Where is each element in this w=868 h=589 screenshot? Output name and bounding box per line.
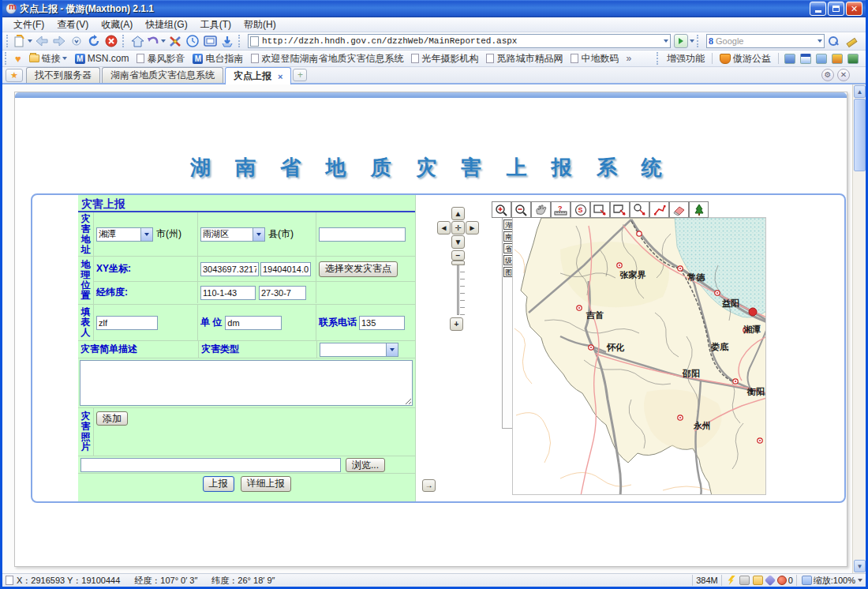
tab-list-button[interactable]: ★ <box>6 69 23 82</box>
download-button[interactable] <box>219 33 235 49</box>
reporter-name-input[interactable] <box>96 316 158 330</box>
menu-tools[interactable]: 工具(T) <box>194 17 238 33</box>
new-tab-button[interactable] <box>13 33 32 49</box>
bookmark-msn[interactable]: MMSN.com <box>71 53 133 64</box>
browse-button[interactable]: 浏览... <box>346 458 385 472</box>
map-pan-button[interactable] <box>531 201 551 218</box>
tab-disaster-report[interactable]: 灾点上报× <box>225 67 291 84</box>
chevron-down-icon[interactable] <box>140 228 152 241</box>
go-dropdown-icon[interactable] <box>690 39 694 43</box>
map-identify-button[interactable] <box>630 201 649 218</box>
pan-up-button[interactable]: ▲ <box>451 207 465 220</box>
stop-button[interactable] <box>103 33 119 49</box>
menu-view[interactable]: 查看(V) <box>51 17 95 33</box>
tab-server-not-found[interactable]: 找不到服务器 <box>26 67 100 83</box>
tab-settings-button[interactable]: ⚙ <box>821 69 834 81</box>
hunan-map[interactable]: 张家界 常德 益阳 吉首 怀化 娄底 湘潭 邵阳 衡阳 永州 <box>513 218 766 495</box>
add-photo-button[interactable]: 添加 <box>96 411 128 426</box>
address-url[interactable]: http://dzzh.hndh.gov.cn/dzzhWeb/MainRepo… <box>262 36 662 46</box>
map-zoom-out-button[interactable] <box>511 201 531 218</box>
search-dropdown-icon[interactable] <box>817 39 822 43</box>
map-select-circle-button[interactable]: S <box>571 201 590 218</box>
page-scrollbar[interactable]: ▲ ▼ <box>852 84 866 573</box>
zoom-slider-track[interactable] <box>457 264 459 315</box>
back-button[interactable] <box>34 33 50 49</box>
map-full-extent-button[interactable] <box>689 201 709 218</box>
pan-down-button[interactable]: ▼ <box>451 235 465 249</box>
menu-groups[interactable]: 快捷组(G) <box>139 17 193 33</box>
go-button[interactable] <box>674 34 688 48</box>
map-erase-button[interactable] <box>669 201 689 218</box>
skin-icon[interactable] <box>784 54 795 64</box>
file-path-input[interactable] <box>80 458 341 472</box>
bookmark-item[interactable]: 中地数码 <box>567 52 623 66</box>
folder-icon[interactable] <box>753 576 763 585</box>
menu-file[interactable]: 文件(F) <box>7 17 51 33</box>
submit-button[interactable]: 上报 <box>203 476 234 492</box>
toolbar-grip[interactable] <box>238 35 242 47</box>
refresh-button[interactable] <box>86 33 102 49</box>
address-dropdown-icon[interactable] <box>664 39 668 43</box>
bookmark-item[interactable]: 光年摄影机构 <box>407 52 482 66</box>
scroll-down-button[interactable]: ▼ <box>854 560 866 572</box>
window-icon[interactable] <box>800 54 811 64</box>
unit-input[interactable] <box>225 316 282 330</box>
new-tab-button[interactable]: + <box>293 69 307 81</box>
toolbar-grip[interactable] <box>657 52 660 65</box>
history-button[interactable] <box>185 33 200 49</box>
address-bar[interactable]: http://dzzh.hndh.gov.cn/dzzhWeb/MainRepo… <box>248 34 671 48</box>
search-button[interactable] <box>825 33 841 49</box>
pan-left-button[interactable]: ◄ <box>437 221 451 234</box>
snap-icon[interactable] <box>847 54 859 64</box>
plugins-button[interactable]: 增强功能 <box>663 52 709 66</box>
pan-center-button[interactable]: ✛ <box>451 221 465 234</box>
charity-button[interactable]: 傲游公益 <box>716 52 775 66</box>
feed-icon[interactable] <box>816 54 827 64</box>
x-coordinate-input[interactable] <box>200 262 259 276</box>
minimize-button[interactable] <box>810 2 826 16</box>
address-detail-input[interactable] <box>319 227 406 242</box>
chevron-down-icon[interactable] <box>386 343 398 356</box>
tab-info-system[interactable]: 湖南省地质灾害信息系统 <box>102 67 223 83</box>
boost-icon[interactable] <box>728 576 735 585</box>
county-select[interactable]: 雨湖区 <box>200 227 265 242</box>
scroll-up-button[interactable]: ▲ <box>854 85 866 98</box>
close-button[interactable]: ✕ <box>846 2 862 16</box>
map-clip-rect-button[interactable] <box>610 201 630 218</box>
restore-button[interactable] <box>828 2 844 16</box>
gem-icon[interactable] <box>765 575 776 586</box>
toolbar-grip[interactable] <box>697 35 701 47</box>
phone-input[interactable] <box>359 316 405 330</box>
description-textarea[interactable] <box>80 360 413 406</box>
bookmark-item[interactable]: 暴风影音 <box>133 52 189 66</box>
toolbar-grip[interactable] <box>6 35 10 47</box>
zoom-out-step-button[interactable]: − <box>451 250 465 261</box>
tab-close-button[interactable]: ✕ <box>837 69 850 81</box>
zoom-slider-handle[interactable] <box>451 261 465 265</box>
map-zoom-in-button[interactable] <box>492 201 511 218</box>
chevron-down-icon[interactable] <box>858 579 862 582</box>
history-dropdown-button[interactable] <box>69 33 84 49</box>
favorites-button[interactable]: ♥ <box>11 53 25 65</box>
highlight-button[interactable] <box>843 33 859 49</box>
links-folder[interactable]: 链接 <box>25 52 71 66</box>
toolbar-grip[interactable] <box>122 35 126 47</box>
latitude-input[interactable] <box>259 286 306 300</box>
disaster-type-select[interactable] <box>320 343 398 357</box>
pick-disaster-point-button[interactable]: 选择突发灾害点 <box>319 261 398 277</box>
chevron-down-icon[interactable] <box>253 228 264 241</box>
map-canvas[interactable]: 张家界 常德 益阳 吉首 怀化 娄底 湘潭 邵阳 衡阳 永州 <box>512 217 766 495</box>
undo-button[interactable] <box>147 33 166 49</box>
resize-page-icon[interactable] <box>802 576 812 585</box>
forward-button[interactable] <box>51 33 67 49</box>
bookmarks-overflow-button[interactable]: » <box>623 53 634 64</box>
longitude-input[interactable] <box>200 286 256 300</box>
pages-icon[interactable] <box>739 576 750 585</box>
menu-help[interactable]: 帮助(H) <box>238 17 282 33</box>
zoom-in-step-button[interactable]: + <box>450 317 463 331</box>
bookmark-item[interactable]: 觅路城市精品网 <box>482 52 567 66</box>
search-input[interactable]: Google <box>716 36 816 46</box>
ad-hunter-button[interactable] <box>167 33 183 49</box>
y-coordinate-input[interactable] <box>260 262 311 276</box>
capture-button[interactable] <box>202 33 218 49</box>
